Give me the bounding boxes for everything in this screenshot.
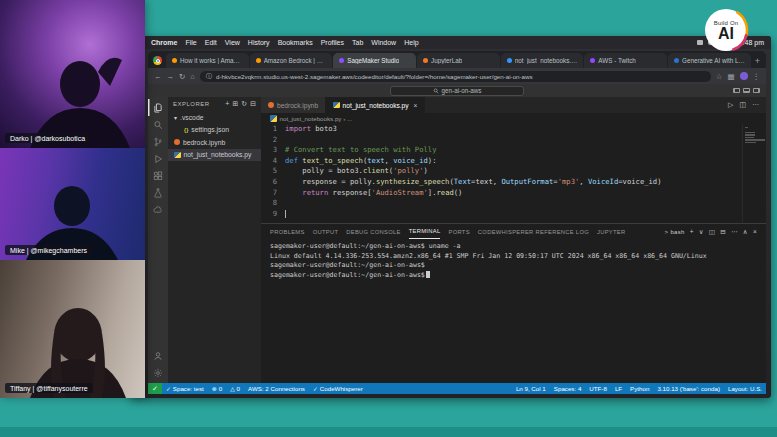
panel-tab-ports[interactable]: PORTS <box>448 224 469 239</box>
kill-terminal-icon[interactable]: ⊟ <box>720 228 726 236</box>
chrome-logo-icon[interactable] <box>153 56 162 65</box>
terminal[interactable]: sagemaker-user@default:~/gen-ai-on-aws$ … <box>261 239 766 383</box>
profile-avatar[interactable] <box>740 72 748 80</box>
menubar-item-chrome[interactable]: Chrome <box>151 39 177 46</box>
breadcrumb[interactable]: not_just_notebooks.py › ... <box>261 113 766 124</box>
forward-button[interactable]: → <box>167 72 175 81</box>
browser-tab[interactable]: SageMaker Studio <box>333 53 416 68</box>
reload-button[interactable]: ↻ <box>179 72 185 81</box>
status-item[interactable]: △0 <box>226 385 244 392</box>
browser-tab[interactable]: JupyterLab <box>417 53 500 68</box>
new-tab-button[interactable]: + <box>755 56 760 66</box>
menubar-item-view[interactable]: View <box>225 39 240 46</box>
panel-tab-codewhisperer-reference-log[interactable]: CODEWHISPERER REFERENCE LOG <box>478 224 589 239</box>
file-item[interactable]: not_just_notebooks.py <box>168 149 261 162</box>
panel-more-icon[interactable]: ⋯ <box>731 228 738 236</box>
code-line[interactable]: 7 return response['AudioStream'].read() <box>261 188 766 199</box>
run-debug-icon[interactable] <box>148 150 168 167</box>
collapse-icon[interactable]: ⊟ <box>250 100 256 108</box>
settings-icon[interactable] <box>148 364 168 381</box>
new-file-icon[interactable]: + <box>225 100 229 108</box>
extensions-icon[interactable]: ▦ <box>727 72 734 81</box>
status-item[interactable]: ✓Space: test <box>162 385 208 392</box>
code-line[interactable]: 5 polly = boto3.client('polly') <box>261 166 766 177</box>
aws-icon[interactable] <box>148 201 168 218</box>
account-icon[interactable] <box>148 347 168 364</box>
file-item[interactable]: {}settings.json <box>168 124 261 137</box>
editor-tab[interactable]: bedrock.ipynb <box>261 97 326 113</box>
split-editor-icon[interactable]: ◫ <box>739 101 746 109</box>
code-line[interactable]: 2 <box>261 135 766 146</box>
status-item[interactable]: Spaces: 4 <box>550 385 586 392</box>
status-item[interactable]: Ln 9, Col 1 <box>512 385 550 392</box>
command-center[interactable]: gen-ai-on-aws <box>390 86 524 96</box>
more-actions-icon[interactable]: ⋯ <box>752 101 759 109</box>
toggle-secondary-sidebar-icon[interactable] <box>753 88 760 94</box>
code-line[interactable]: 9 <box>261 209 766 220</box>
panel-tab-output[interactable]: OUTPUT <box>313 224 339 239</box>
menubar-item-window[interactable]: Window <box>371 39 396 46</box>
panel-tab-debug-console[interactable]: DEBUG CONSOLE <box>346 224 400 239</box>
file-item[interactable]: bedrock.ipynb <box>168 136 261 149</box>
code-line[interactable]: 1import boto3 <box>261 124 766 135</box>
menubar-item-history[interactable]: History <box>248 39 270 46</box>
browser-tab[interactable]: How it works | Amazon Sag <box>166 53 249 68</box>
menubar-item-edit[interactable]: Edit <box>205 39 217 46</box>
status-item[interactable]: UTF-8 <box>585 385 611 392</box>
source-control-icon[interactable] <box>148 133 168 150</box>
bookmark-star-icon[interactable]: ☆ <box>716 72 723 81</box>
code-line[interactable]: 3# Convert text to speech with Polly <box>261 145 766 156</box>
menubar-item-tab[interactable]: Tab <box>352 39 363 46</box>
menubar-item-bookmarks[interactable]: Bookmarks <box>278 39 313 46</box>
code-text <box>285 209 286 220</box>
minimap-line <box>745 127 748 128</box>
minimap[interactable] <box>742 124 766 223</box>
status-item[interactable]: ⊗0 <box>208 385 226 392</box>
code-line[interactable]: 4def text_to_speech(text, voice_id): <box>261 156 766 167</box>
toggle-panel-icon[interactable] <box>743 88 750 94</box>
split-terminal-icon[interactable]: ◫ <box>709 228 715 236</box>
code-line[interactable]: 8 <box>261 198 766 209</box>
shell-selector[interactable]: > bash <box>665 229 685 235</box>
terminal-dropdown-icon[interactable]: ∨ <box>699 228 704 236</box>
code-line[interactable]: 6 response = polly.synthesize_speech(Tex… <box>261 177 766 188</box>
home-button[interactable]: ⌂ <box>190 72 195 81</box>
status-item[interactable]: 3.10.13 ('base': conda) <box>653 385 724 392</box>
browser-tab[interactable]: Amazon Bedrock | us-west-2 <box>250 53 333 68</box>
panel-tab-terminal[interactable]: TERMINAL <box>409 224 441 239</box>
files-icon[interactable] <box>148 99 168 116</box>
browser-tab[interactable]: AWS - Twitch <box>584 53 667 68</box>
status-item[interactable]: LF <box>611 385 626 392</box>
close-panel-icon[interactable]: × <box>753 228 757 235</box>
run-file-icon[interactable]: ▷ <box>728 101 733 109</box>
code-viewport[interactable]: 1import boto323# Convert text to speech … <box>261 124 766 223</box>
close-icon[interactable]: × <box>414 102 418 109</box>
maximize-panel-icon[interactable]: ∧ <box>743 228 748 236</box>
browser-tab[interactable]: Generative AI with LLMs <box>668 53 751 68</box>
editor-tab[interactable]: not_just_notebooks.py× <box>326 97 425 113</box>
testing-icon[interactable] <box>148 184 168 201</box>
panel-tab-jupyter[interactable]: JUPYTER <box>597 224 626 239</box>
menubar-item-help[interactable]: Help <box>404 39 418 46</box>
status-item[interactable]: Python <box>626 385 653 392</box>
new-terminal-icon[interactable]: + <box>690 228 694 235</box>
status-item[interactable]: Layout: U.S. <box>724 385 766 392</box>
file-item[interactable]: ▾.vscode <box>168 111 261 124</box>
remote-indicator[interactable]: ✓ <box>148 383 162 394</box>
address-bar[interactable]: ⓘ d-hkvbce2vqkrm.studio.us-west-2.sagema… <box>200 71 711 82</box>
refresh-icon[interactable]: ↻ <box>241 100 247 108</box>
browser-tab[interactable]: not_just_notebooks.py - g <box>501 53 584 68</box>
search-icon[interactable] <box>148 116 168 133</box>
status-item[interactable]: AWS: 2 Connections <box>244 385 309 392</box>
new-folder-icon[interactable]: ⊞ <box>232 100 238 108</box>
back-button[interactable]: ← <box>154 72 162 81</box>
site-info-icon[interactable]: ⓘ <box>206 72 212 81</box>
battery-icon[interactable] <box>697 40 703 45</box>
toggle-sidebar-icon[interactable] <box>733 88 740 94</box>
extensions-icon[interactable] <box>148 167 168 184</box>
panel-tab-problems[interactable]: PROBLEMS <box>270 224 305 239</box>
status-item[interactable]: ✓CodeWhisperer <box>309 385 367 392</box>
menubar-item-file[interactable]: File <box>185 39 196 46</box>
chrome-menu-icon[interactable]: ⋮ <box>753 72 761 81</box>
menubar-item-profiles[interactable]: Profiles <box>321 39 344 46</box>
